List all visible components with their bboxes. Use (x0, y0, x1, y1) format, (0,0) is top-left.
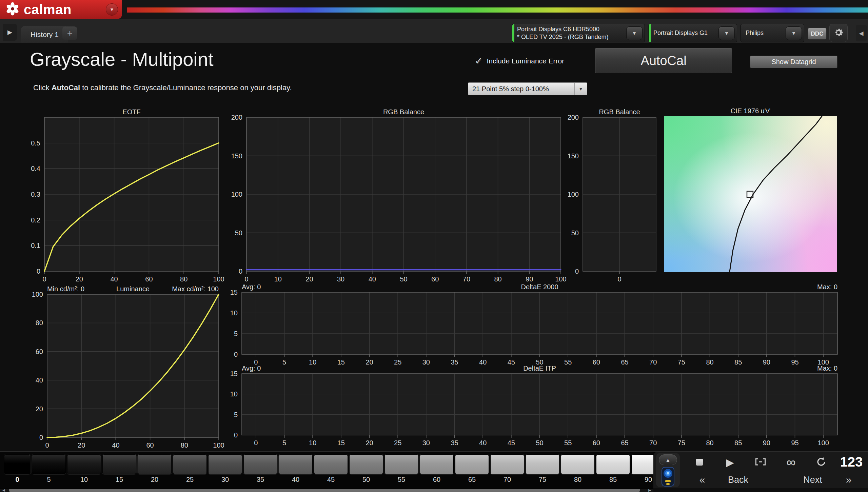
next-button[interactable]: Next (786, 473, 839, 487)
patch-scrollbar[interactable]: ◀ ▶ (0, 488, 653, 492)
patch-70[interactable]: 70 (490, 454, 524, 488)
svg-text:100: 100 (817, 439, 829, 447)
patch-label: 10 (80, 476, 88, 483)
double-chevron-left-icon: « (699, 474, 705, 486)
svg-text:85: 85 (734, 439, 742, 447)
first-page-button[interactable]: « (695, 473, 709, 487)
patch-45[interactable]: 45 (314, 454, 348, 488)
svg-text:70: 70 (649, 439, 657, 447)
eject-icon: ▲ (666, 457, 671, 463)
patch-swatch (420, 454, 454, 474)
patch-swatch (490, 454, 524, 474)
patch-30[interactable]: 30 (208, 454, 242, 488)
svg-text:0.5: 0.5 (31, 139, 40, 147)
svg-text:100: 100 (32, 291, 43, 298)
svg-text:95: 95 (791, 439, 798, 447)
patch-75[interactable]: 75 (526, 454, 559, 488)
meter-device-icon[interactable] (658, 467, 678, 487)
play-icon: ▶ (726, 456, 734, 468)
svg-text:5: 5 (282, 439, 286, 447)
svg-text:30: 30 (337, 275, 344, 283)
svg-text:0.4: 0.4 (31, 165, 40, 172)
svg-text:20: 20 (366, 439, 373, 447)
charts-area: EOTF02040608010000.10.20.30.40.5RGB Bala… (0, 0, 868, 492)
svg-text:80: 80 (36, 319, 43, 327)
patch-85[interactable]: 85 (596, 454, 630, 488)
patch-80[interactable]: 80 (561, 454, 595, 488)
measure-once-button[interactable]: ▶ (722, 454, 738, 470)
scroll-left-icon[interactable]: ◀ (1, 488, 7, 492)
patch-40[interactable]: 40 (279, 454, 313, 488)
svg-text:0.3: 0.3 (31, 191, 40, 198)
stop-button[interactable] (692, 454, 707, 470)
patch-swatch (596, 454, 630, 474)
svg-text:40: 40 (369, 275, 376, 283)
patch-swatch (4, 454, 31, 474)
patch-20[interactable]: 20 (138, 454, 172, 488)
patch-0[interactable]: 0 (4, 454, 31, 488)
cie-diagram (664, 116, 837, 272)
patch-label: 30 (221, 476, 229, 483)
patch-label: 90 (645, 476, 652, 483)
patch-label: 45 (327, 476, 335, 483)
svg-text:25: 25 (394, 439, 401, 447)
infinity-icon: ∞ (786, 455, 795, 470)
cie-header: CIE 1976 u'v' (664, 107, 837, 115)
patch-swatch (67, 454, 101, 474)
svg-text:150: 150 (231, 152, 242, 160)
svg-text:5: 5 (234, 330, 238, 337)
svg-text:45: 45 (508, 439, 515, 447)
patch-label: 65 (468, 476, 476, 483)
deitp-plot: 0510152025303540455055606570758085909510… (215, 370, 852, 453)
svg-text:80: 80 (494, 275, 501, 283)
svg-text:0: 0 (254, 439, 258, 447)
patch-25[interactable]: 25 (173, 454, 207, 488)
scroll-right-icon[interactable]: ▶ (647, 488, 653, 492)
svg-text:0.1: 0.1 (31, 242, 40, 249)
patch-swatch (349, 454, 383, 474)
svg-text:0: 0 (617, 275, 621, 283)
patch-strip: 0510152025303540455055606570758085909510… (0, 452, 653, 488)
scrollbar-thumb[interactable] (9, 489, 640, 492)
last-page-button[interactable]: » (842, 473, 855, 487)
rgb_point-plot: 0050100150200 (556, 113, 671, 289)
patch-label: 85 (609, 476, 617, 483)
patch-35[interactable]: 35 (243, 454, 277, 488)
svg-text:65: 65 (621, 439, 628, 447)
rgb_main-plot: 0102030405060708090100050100150200 (219, 113, 576, 289)
patch-swatch (138, 454, 172, 474)
measure-window-button[interactable] (753, 454, 768, 470)
continuous-measure-button[interactable]: ∞ (783, 454, 799, 470)
svg-text:90: 90 (526, 275, 533, 283)
patch-10[interactable]: 10 (67, 454, 101, 488)
back-button[interactable]: Back (711, 473, 765, 487)
svg-text:0: 0 (234, 431, 238, 439)
luminance-plot: 020406080100020406080100 (20, 290, 234, 455)
patch-90[interactable]: 90 (631, 454, 653, 488)
svg-text:40: 40 (36, 376, 43, 384)
patch-5[interactable]: 5 (32, 454, 66, 488)
patch-label: 20 (151, 476, 158, 483)
cie-title: CIE 1976 u'v' (731, 107, 771, 115)
patch-label: 15 (116, 476, 123, 483)
svg-text:50: 50 (536, 439, 543, 447)
patch-label: 60 (433, 476, 440, 483)
svg-text:10: 10 (309, 439, 316, 447)
stop-icon (696, 459, 703, 466)
patch-15[interactable]: 15 (102, 454, 136, 488)
patch-50[interactable]: 50 (349, 454, 383, 488)
svg-text:30: 30 (422, 439, 430, 447)
svg-text:0: 0 (234, 351, 238, 358)
double-chevron-right-icon: » (846, 474, 852, 486)
svg-text:80: 80 (180, 275, 188, 283)
patch-label: 0 (15, 476, 19, 483)
patch-65[interactable]: 65 (455, 454, 489, 488)
patch-label: 75 (539, 476, 546, 483)
eject-button[interactable]: ▲ (659, 454, 677, 465)
refresh-button[interactable] (813, 454, 829, 470)
patch-55[interactable]: 55 (384, 454, 418, 488)
svg-text:50: 50 (400, 275, 407, 283)
patch-60[interactable]: 60 (420, 454, 454, 488)
patch-swatch (314, 454, 348, 474)
svg-text:60: 60 (145, 275, 153, 283)
